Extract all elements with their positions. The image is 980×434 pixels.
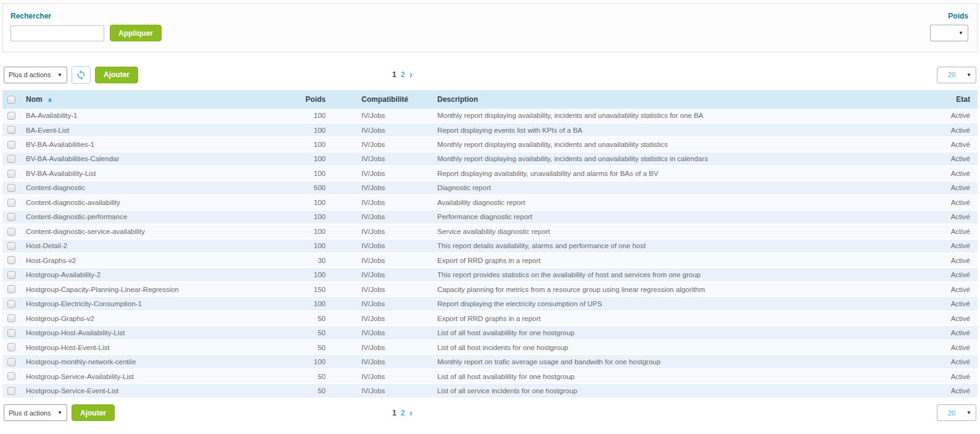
row-checkbox[interactable] — [7, 256, 15, 264]
row-weight: 30 — [292, 253, 331, 267]
row-status: Activé — [922, 137, 978, 151]
add-button[interactable]: Ajouter — [95, 67, 138, 83]
next-page-icon[interactable]: › — [409, 70, 412, 80]
refresh-button[interactable] — [72, 66, 91, 84]
row-weight: 50 — [292, 383, 331, 398]
weight-filter-select[interactable]: ▼ — [930, 25, 968, 41]
row-status: Activé — [922, 311, 978, 325]
row-select-cell — [2, 267, 21, 282]
row-name[interactable]: Hostgroup-Capacity-Planning-Linear-Regre… — [21, 282, 292, 296]
row-checkbox[interactable] — [7, 300, 15, 308]
add-button[interactable]: Ajouter — [72, 404, 115, 421]
row-name[interactable]: Host-Graphs-v2 — [21, 253, 292, 267]
row-checkbox[interactable] — [7, 285, 15, 293]
row-name[interactable]: Content-diagnostic-service-availability — [21, 224, 292, 238]
next-page-icon[interactable]: › — [409, 408, 412, 418]
table-row: Hostgroup-Electricity-Consumption-1100IV… — [2, 296, 978, 311]
more-actions-select[interactable]: Plus d actions ▼ — [4, 67, 67, 83]
row-description: Service availability diagnostic report — [432, 224, 922, 238]
row-description: Export of RRD graphs in a report — [432, 253, 922, 267]
row-compatibility: IV/Jobs — [331, 296, 432, 311]
row-name[interactable]: BA-Availability-1 — [21, 109, 292, 122]
table-row: Host-Detail-2100IV/JobsThis report detai… — [2, 239, 978, 253]
row-name[interactable]: Hostgroup-Service-Availability-List — [21, 369, 292, 383]
row-compatibility: IV/Jobs — [331, 267, 432, 282]
select-all-checkbox[interactable] — [7, 96, 15, 104]
row-name[interactable]: BA-Event-List — [21, 123, 292, 137]
row-select-cell — [2, 195, 21, 209]
row-description: List of all host availablility for one h… — [432, 325, 922, 340]
row-checkbox[interactable] — [7, 372, 15, 380]
row-checkbox[interactable] — [7, 170, 15, 178]
page-size-select[interactable]: 20 ▼ — [937, 67, 976, 83]
row-compatibility: IV/Jobs — [331, 311, 432, 325]
row-name[interactable]: Content-diagnostic-availability — [21, 195, 292, 209]
row-name[interactable]: Hostgroup-Availability-2 — [21, 267, 292, 282]
table-row: BA-Availability-1100IV/JobsMonthly repor… — [2, 109, 978, 122]
row-checkbox[interactable] — [7, 343, 15, 351]
row-name[interactable]: Hostgroup-Electricity-Consumption-1 — [21, 296, 292, 311]
table-row: BV-BA-Availabilities-1100IV/JobsMonthly … — [2, 137, 978, 151]
row-name[interactable]: Host-Detail-2 — [21, 239, 292, 253]
table-row: BV-BA-Availabilities-Calendar100IV/JobsM… — [2, 152, 978, 166]
row-select-cell — [2, 224, 21, 238]
row-checkbox[interactable] — [7, 314, 15, 322]
row-name[interactable]: Hostgroup-Graphs-v2 — [21, 311, 292, 325]
row-name[interactable]: Hostgroup-monthly-network-centile — [21, 354, 292, 369]
more-actions-select[interactable]: Plus d actions ▼ — [4, 404, 67, 421]
row-select-cell — [2, 181, 21, 195]
row-status: Activé — [922, 383, 978, 398]
page-2[interactable]: 2 — [401, 409, 405, 417]
row-compatibility: IV/Jobs — [331, 210, 432, 224]
row-description: This report details availability, alarms… — [432, 239, 922, 253]
page-1[interactable]: 1 — [392, 409, 397, 417]
row-description: List of all service incidents for one ho… — [432, 383, 922, 398]
row-checkbox[interactable] — [7, 271, 15, 279]
row-checkbox[interactable] — [7, 126, 15, 134]
row-weight: 100 — [292, 210, 331, 224]
apply-button[interactable]: Appliquer — [110, 25, 162, 41]
row-checkbox[interactable] — [7, 112, 15, 120]
row-status: Activé — [922, 253, 978, 267]
row-name[interactable]: Hostgroup-Host-Event-List — [21, 340, 292, 354]
more-actions-label: Plus d actions — [9, 71, 51, 78]
row-checkbox[interactable] — [7, 228, 15, 236]
row-weight: 100 — [292, 195, 331, 209]
row-name[interactable]: Hostgroup-Service-Event-List — [21, 383, 292, 398]
row-weight: 50 — [292, 311, 331, 325]
row-select-cell — [2, 239, 21, 253]
row-checkbox[interactable] — [7, 242, 15, 250]
filter-panel: Rechercher Appliquer Poids ▼ — [2, 3, 978, 52]
row-checkbox[interactable] — [7, 387, 15, 395]
table-body: BA-Availability-1100IV/JobsMonthly repor… — [2, 109, 978, 398]
row-select-cell — [2, 282, 21, 296]
row-select-cell — [2, 123, 21, 137]
table-row: Hostgroup-Host-Event-List50IV/JobsList o… — [2, 340, 978, 354]
row-name[interactable]: BV-BA-Availabilities-Calendar — [21, 152, 292, 166]
row-checkbox[interactable] — [7, 155, 15, 163]
header-name[interactable]: Nom∧ — [21, 90, 292, 109]
row-checkbox[interactable] — [7, 329, 15, 337]
row-checkbox[interactable] — [7, 213, 15, 221]
row-name[interactable]: Hostgroup-Host-Availability-List — [21, 325, 292, 340]
row-select-cell — [2, 137, 21, 151]
page-size-select[interactable]: 20 ▼ — [937, 404, 976, 421]
page-2[interactable]: 2 — [401, 70, 405, 79]
page-1[interactable]: 1 — [392, 70, 397, 79]
row-name[interactable]: Content-diagnostic-performance — [21, 210, 292, 224]
row-name[interactable]: BV-BA-Availabilities-1 — [21, 137, 292, 151]
row-checkbox[interactable] — [7, 141, 15, 149]
row-name[interactable]: BV-BA-Availability-List — [21, 166, 292, 180]
table-header-row: Nom∧ Poids Compatibilité Description Eta… — [2, 90, 978, 109]
table-row: Content-diagnostic-availability100IV/Job… — [2, 195, 978, 209]
search-input[interactable] — [10, 25, 104, 41]
row-description: List of all host availablility for one h… — [432, 369, 922, 383]
row-name[interactable]: Content-diagnostic — [21, 181, 292, 195]
row-checkbox[interactable] — [7, 358, 15, 366]
table-row: Hostgroup-Capacity-Planning-Linear-Regre… — [2, 282, 978, 296]
row-checkbox[interactable] — [7, 199, 15, 207]
row-status: Activé — [922, 210, 978, 224]
row-status: Activé — [922, 224, 978, 238]
row-checkbox[interactable] — [7, 184, 15, 192]
report-templates-table: Nom∧ Poids Compatibilité Description Eta… — [2, 90, 978, 399]
